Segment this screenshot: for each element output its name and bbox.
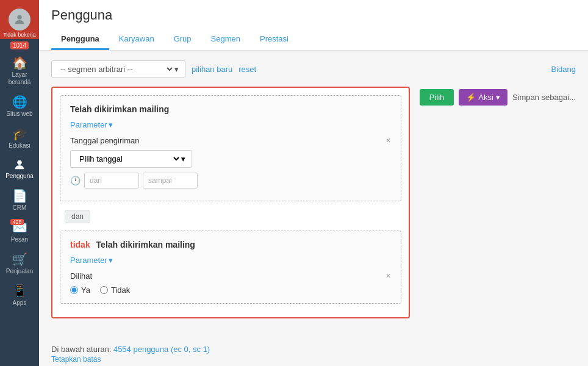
segments-container: Telah dikirimkan mailing Parameter ▾ Tan…	[51, 87, 410, 318]
svg-point-0	[17, 15, 21, 20]
content-area: -- segmen arbitrari -- ▾ pilihan baru re…	[39, 51, 588, 340]
sidebar-item-crm[interactable]: 📄 CRM	[0, 184, 39, 215]
sidebar-item-edukasi[interactable]: 🎓 Edukasi	[0, 121, 39, 153]
date-select-wrapper: Pilih tanggal ▾	[70, 150, 391, 168]
param-close-1[interactable]: ×	[386, 135, 391, 145]
connector-wrapper: dan	[60, 207, 401, 231]
radio-group: Ya Tidak	[70, 285, 391, 295]
status-rule: Di bawah aturan: 4554 pengguna (ec 0, sc…	[51, 345, 576, 354]
pesan-icon: ✉️ 428	[12, 220, 27, 235]
radio-ya-label: Ya	[81, 285, 90, 295]
pilih-button[interactable]: Pilih	[420, 89, 454, 106]
param-row-1: Tanggal pengiriman ×	[70, 135, 391, 145]
radio-ya[interactable]: Ya	[70, 285, 90, 295]
filter-bar: -- segmen arbitrari -- ▾ pilihan baru re…	[51, 60, 576, 78]
aksi-chevron-icon: ▾	[496, 93, 500, 102]
bidang-link[interactable]: Bidang	[551, 65, 576, 74]
penjualan-icon: 🛒	[12, 252, 27, 267]
simpan-link[interactable]: Simpan sebagai...	[512, 93, 576, 102]
page-header: Pengguna Pengguna Karyawan Grup Segmen P…	[39, 0, 588, 51]
action-buttons: Pilih ⚡ Aksi ▾ Simpan sebagai...	[420, 89, 576, 106]
sidebar-label-pesan: Pesan	[11, 236, 28, 243]
rule-link[interactable]: 4554 pengguna (ec 0, sc 1)	[113, 345, 210, 354]
edukasi-icon: 🎓	[12, 126, 27, 141]
date-to-input[interactable]	[143, 173, 198, 188]
sidebar-item-layar-beranda[interactable]: 🏠 Layarberanda	[0, 51, 39, 90]
home-icon: 🏠	[12, 56, 27, 70]
bolt-icon: ⚡	[466, 93, 476, 102]
parameter-btn-1[interactable]: Parameter ▾	[70, 120, 391, 129]
radio-ya-input[interactable]	[70, 286, 78, 294]
date-select[interactable]: Pilih tanggal ▾	[70, 150, 192, 168]
tab-pengguna[interactable]: Pengguna	[51, 29, 109, 50]
radio-tidak[interactable]: Tidak	[100, 285, 130, 295]
radio-tidak-input[interactable]	[100, 286, 108, 294]
date-dropdown[interactable]: Pilih tanggal	[77, 154, 181, 164]
svg-point-1	[17, 160, 21, 165]
tidak-label: tidak	[70, 240, 90, 249]
tab-segmen[interactable]: Segmen	[201, 29, 250, 50]
chevron-down-icon: ▾	[181, 154, 185, 163]
web-icon: 🌐	[12, 95, 27, 109]
sidebar-item-situs-web[interactable]: 🌐 Situs web	[0, 90, 39, 121]
actions-panel: Pilih ⚡ Aksi ▾ Simpan sebagai...	[420, 87, 576, 106]
badge-count: 1014	[10, 41, 29, 49]
tab-prestasi[interactable]: Prestasi	[250, 29, 298, 50]
aksi-label: Aksi	[478, 93, 493, 102]
sidebar-item-apps[interactable]: 📱 Apps	[0, 279, 39, 310]
chevron-down-icon: ▾	[109, 120, 113, 129]
tab-karyawan[interactable]: Karyawan	[109, 29, 164, 50]
segment-title-2: tidak Telah dikirimkan mailing	[70, 240, 391, 249]
apps-icon: 📱	[12, 284, 27, 298]
user-avatar[interactable]: Tidak bekerja	[0, 0, 39, 39]
bottom-status: Di bawah aturan: 4554 pengguna (ec 0, sc…	[39, 340, 588, 366]
sidebar-label-apps: Apps	[13, 300, 27, 307]
sidebar-item-pesan[interactable]: ✉️ 428 Pesan	[0, 215, 39, 247]
tetapkan-link[interactable]: Tetapkan batas	[51, 355, 576, 364]
date-from-input[interactable]	[84, 173, 139, 188]
sidebar-label-layar-beranda: Layarberanda	[9, 71, 31, 86]
clock-icon: 🕐	[70, 176, 81, 185]
sidebar-item-penjualan[interactable]: 🛒 Penjualan	[0, 247, 39, 279]
param-row-2: Dilihat ×	[70, 271, 391, 281]
tab-grup[interactable]: Grup	[164, 29, 201, 50]
sidebar-label-pengguna: Pengguna	[5, 173, 34, 180]
segment-title-1: Telah dikirimkan mailing	[70, 104, 391, 114]
param-label-1: Tanggal pengiriman	[70, 136, 384, 145]
param-close-2[interactable]: ×	[386, 271, 391, 281]
crm-icon: 📄	[12, 188, 27, 203]
status-text: Tidak bekerja	[0, 32, 39, 38]
sidebar-label-situs-web: Situs web	[6, 110, 32, 118]
radio-tidak-label: Tidak	[111, 285, 130, 295]
chevron-down-icon: ▾	[174, 65, 179, 74]
sidebar-label-penjualan: Penjualan	[6, 268, 33, 275]
segment-block-2: tidak Telah dikirimkan mailing Parameter…	[60, 231, 401, 304]
main-content: Pengguna Pengguna Karyawan Grup Segmen P…	[39, 0, 588, 366]
sidebar: Tidak bekerja 1014 🏠 Layarberanda 🌐 Situ…	[0, 0, 39, 366]
segments-area: Telah dikirimkan mailing Parameter ▾ Tan…	[51, 87, 410, 318]
parameter-btn-2[interactable]: Parameter ▾	[70, 256, 391, 265]
avatar-icon	[9, 9, 30, 30]
page-title: Pengguna	[51, 7, 576, 23]
sidebar-label-crm: CRM	[13, 204, 27, 212]
segment-dropdown[interactable]: -- segmen arbitrari --	[58, 64, 174, 74]
pesan-badge: 428	[10, 219, 23, 225]
date-range: 🕐	[70, 173, 391, 188]
chevron-down-icon: ▾	[109, 256, 113, 265]
sidebar-item-pengguna[interactable]: Pengguna	[0, 153, 39, 184]
status-prefix: Di bawah aturan:	[51, 345, 111, 354]
pengguna-icon	[13, 158, 26, 171]
tabs-bar: Pengguna Karyawan Grup Segmen Prestasi	[51, 29, 576, 50]
connector-dan: dan	[65, 210, 90, 223]
segment-block-1: Telah dikirimkan mailing Parameter ▾ Tan…	[60, 95, 401, 201]
param-label-2: Dilihat	[70, 271, 384, 281]
aksi-button[interactable]: ⚡ Aksi ▾	[459, 89, 507, 106]
sidebar-label-edukasi: Edukasi	[9, 142, 30, 149]
segment-select[interactable]: -- segmen arbitrari -- ▾	[51, 60, 185, 78]
pilihan-baru-link[interactable]: pilihan baru	[192, 65, 232, 74]
reset-link[interactable]: reset	[238, 65, 256, 74]
